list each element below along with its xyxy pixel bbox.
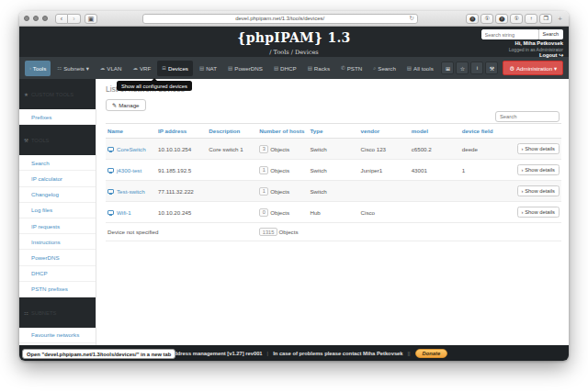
- extension-buttons: ⓿①⓿①↑❐: [466, 14, 552, 24]
- nav-item[interactable]: ▤ DHCP: [269, 61, 301, 76]
- extension-button[interactable]: ①: [481, 14, 493, 24]
- nav-item-label: PSTN: [347, 65, 363, 72]
- devices-table: NameIP addressDescriptionNumber of hosts…: [106, 123, 561, 241]
- window-controls: [24, 16, 48, 21]
- device-link[interactable]: j4300-test: [107, 167, 154, 174]
- table-row: CoreSwitch 10.10.10.254 Core switch 1 3 …: [106, 139, 561, 160]
- nav-icon-button[interactable]: ⚒: [485, 62, 498, 74]
- nav-item-icon: ›: [29, 65, 31, 71]
- sidebar-entry[interactable]: IP calculator: [19, 171, 96, 186]
- extension-button[interactable]: ⓿: [495, 14, 508, 24]
- sidebar-entry-label: Log files: [31, 207, 52, 213]
- extension-button[interactable]: ❐: [539, 14, 552, 24]
- nav-item[interactable]: ⊟ Devices: [157, 61, 193, 76]
- forward-button[interactable]: ›: [68, 14, 81, 24]
- sidebar-entry-label: Changelog: [31, 191, 59, 197]
- sidebar-entry[interactable]: Search: [19, 155, 96, 171]
- reload-icon[interactable]: ↻: [409, 15, 413, 22]
- sidebar-entry[interactable]: PSTN prefixes: [19, 282, 96, 297]
- nav-icon-button[interactable]: ⊞: [441, 62, 454, 74]
- browser-window: ‹ › ▣ devel.phpipam.net/1.3/tools/device…: [19, 11, 569, 361]
- close-window-icon[interactable]: [24, 16, 29, 21]
- sidebar-entry[interactable]: Log files: [19, 203, 96, 218]
- nav-icon-button[interactable]: i: [470, 62, 483, 74]
- nav-item-label: Racks: [314, 65, 330, 72]
- column-header[interactable]: IP address: [156, 124, 207, 139]
- minimize-window-icon[interactable]: [33, 16, 39, 21]
- device-monitor-icon: [107, 210, 114, 215]
- manage-button[interactable]: ✎ Manage: [106, 99, 146, 111]
- device-hosts: 3 Objects: [257, 139, 308, 160]
- nav-item[interactable]: ☁ VLAN: [96, 61, 127, 76]
- table-row: Test-switch 77.111.32.222 1 Objects Swit…: [106, 181, 561, 202]
- table-search-input[interactable]: [495, 111, 560, 122]
- nav-item-label: VLAN: [107, 65, 121, 72]
- header-search-button[interactable]: Search: [538, 29, 563, 39]
- address-bar[interactable]: devel.phpipam.net/1.3/tools/devices/ ↻: [142, 14, 418, 24]
- device-link[interactable]: Test-switch: [107, 188, 154, 195]
- nav-item[interactable]: ⌕ Search: [368, 61, 401, 76]
- nav-item-icon: ▤: [199, 65, 204, 71]
- column-header[interactable]: device field: [460, 124, 511, 139]
- nav-item[interactable]: › Tools: [25, 61, 51, 76]
- nav-icon-button[interactable]: ☆: [456, 62, 469, 74]
- hosts-count-badge: 1: [259, 187, 268, 196]
- column-header[interactable]: Description: [207, 124, 257, 139]
- sidebar-entry[interactable]: PowerDNS: [19, 250, 96, 265]
- column-header[interactable]: model: [410, 124, 460, 139]
- sidebar-entry[interactable]: Instructions: [19, 234, 96, 250]
- show-details-button[interactable]: › Show details: [517, 185, 560, 196]
- extension-button[interactable]: ①: [510, 14, 523, 24]
- sidebar-entry[interactable]: IP requests: [19, 218, 96, 234]
- show-details-button[interactable]: › Show details: [517, 207, 560, 218]
- nav-right-group: ⊞☆i⚒ ⚙ Administration ▾: [441, 61, 563, 75]
- device-description: [207, 160, 257, 181]
- nav-item[interactable]: ✆ PSTN: [336, 61, 367, 76]
- column-header[interactable]: [511, 124, 561, 139]
- sidebar-entry-label: PowerDNS: [31, 254, 60, 261]
- device-type: Hub: [308, 202, 358, 223]
- devices-tooltip: Show all configured devices: [117, 81, 192, 91]
- nav-item[interactable]: ▤ Racks: [303, 61, 334, 76]
- device-link[interactable]: Wifi-1: [107, 209, 154, 216]
- sidebar-entry[interactable]: Prefixes: [19, 109, 96, 125]
- table-row: j4300-test 91.185.192.5 1 Objects Switch…: [106, 160, 561, 181]
- device-link[interactable]: CoreSwitch: [107, 146, 154, 152]
- device-field: deede: [460, 139, 511, 160]
- maximize-window-icon[interactable]: [42, 16, 48, 21]
- nav-item-icon: ⌕: [373, 65, 376, 72]
- device-type: Switch: [308, 139, 358, 160]
- device-field: [460, 202, 511, 223]
- nav-item[interactable]: ⚏ Subnets ▾: [52, 61, 93, 76]
- column-header[interactable]: Name: [106, 124, 156, 139]
- new-tab-button[interactable]: +: [556, 15, 564, 23]
- show-details-button[interactable]: › Show details: [517, 164, 560, 175]
- header-search-input[interactable]: [481, 29, 538, 39]
- extension-button[interactable]: ↑: [525, 14, 537, 24]
- extension-button[interactable]: ⓿: [466, 14, 479, 24]
- nav-item-label: DHCP: [280, 65, 297, 72]
- nav-item[interactable]: ▤ All tools: [402, 61, 438, 76]
- pencil-icon: ✎: [112, 102, 117, 108]
- footer-bar: phpIPAM IP address management [v1.27] re…: [19, 345, 569, 361]
- nav-item-icon: ▤: [228, 65, 232, 71]
- back-button[interactable]: ‹: [55, 14, 68, 24]
- column-header[interactable]: vendor: [359, 124, 410, 139]
- nav-icon-buttons: ⊞☆i⚒: [441, 62, 498, 74]
- sidebar-entry[interactable]: DHCP: [19, 266, 96, 282]
- donate-button[interactable]: Donate: [415, 349, 448, 358]
- sidebar-entry[interactable]: Favourite networks: [19, 328, 96, 343]
- user-greeting: Hi, Miha Petkovsek: [509, 41, 563, 47]
- nav-item[interactable]: ▤ NAT: [195, 61, 221, 76]
- column-header[interactable]: Number of hosts: [257, 124, 308, 139]
- device-type: Switch: [308, 160, 358, 181]
- nav-item[interactable]: ☁ VRF: [128, 61, 155, 76]
- sidebar-entry[interactable]: Changelog: [19, 187, 96, 203]
- column-header[interactable]: Type: [308, 124, 358, 139]
- hosts-count-badge: 1: [259, 166, 268, 174]
- administration-button[interactable]: ⚙ Administration ▾: [503, 61, 563, 75]
- nav-item[interactable]: ▤ PowerDNS: [223, 61, 267, 76]
- sidebar-toggle-button[interactable]: ▣: [85, 14, 97, 24]
- table-row: Wifi-1 10.10.20.245 0 Objects Hub Cisco …: [106, 202, 561, 223]
- show-details-button[interactable]: › Show details: [517, 143, 560, 154]
